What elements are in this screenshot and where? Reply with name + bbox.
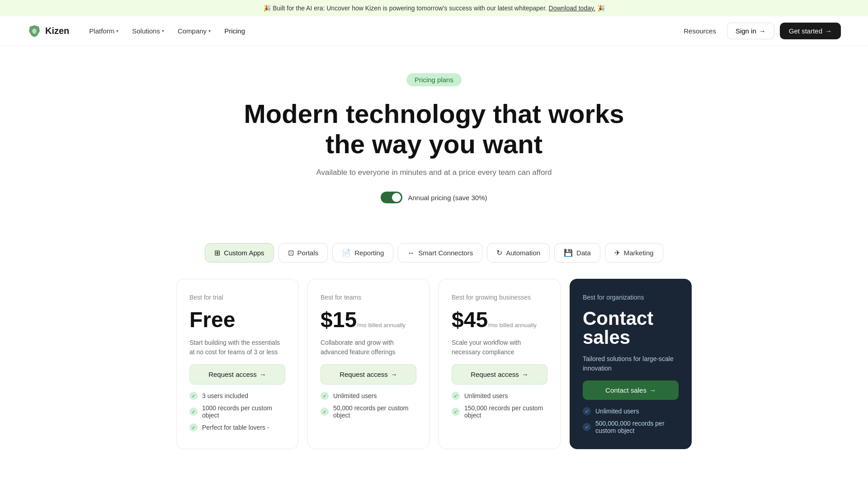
- nav-left: Kizen Platform ▾ Solutions ▾ Company ▾ P…: [27, 23, 250, 38]
- list-item: ✓ Unlimited users: [452, 392, 547, 400]
- chevron-icon: ▾: [116, 28, 118, 33]
- request-access-growing[interactable]: Request access →: [452, 364, 547, 385]
- plan-growing: Best for growing businesses $45/mo bille…: [439, 279, 561, 449]
- nav-right: Resources Sign in → Get started →: [678, 23, 841, 39]
- list-item: ✓ 1000 records per custom object: [189, 404, 285, 419]
- resources-button[interactable]: Resources: [678, 23, 722, 38]
- request-access-free[interactable]: Request access →: [189, 364, 285, 385]
- check-icon: ✓: [583, 423, 591, 431]
- automation-icon: ↻: [496, 249, 502, 257]
- list-item: ✓ 3 users included: [189, 392, 285, 400]
- signin-button[interactable]: Sign in →: [727, 23, 774, 39]
- check-icon: ✓: [452, 408, 460, 416]
- nav-platform[interactable]: Platform ▾: [84, 23, 124, 38]
- marketing-icon: ✈: [614, 249, 620, 257]
- annual-pricing-toggle[interactable]: [381, 192, 402, 203]
- arrow-icon: →: [825, 27, 832, 35]
- plan-teams: Best for teams $15/mo billed annually Co…: [307, 279, 429, 449]
- arrow-icon: →: [522, 371, 528, 378]
- check-icon: ✓: [189, 423, 198, 432]
- plan-desc-enterprise: Tailored solutions for large-scale innov…: [583, 354, 679, 373]
- list-item: ✓ Perfect for table lovers -: [189, 423, 285, 432]
- plan-tier-growing: Best for growing businesses: [452, 294, 547, 301]
- getstarted-button[interactable]: Get started →: [780, 23, 841, 39]
- hero-subheading: Available to everyone in minutes and at …: [172, 168, 696, 177]
- features-growing: ✓ Unlimited users ✓ 150,000 records per …: [452, 392, 547, 419]
- feature-tabs: ⊞ Custom Apps ⊡ Portals 📄 Reporting ↔ Sm…: [0, 243, 868, 263]
- hero-section: Pricing plans Modern technology that wor…: [163, 46, 705, 243]
- plan-enterprise: Best for organizations Contact sales Tai…: [570, 279, 692, 449]
- top-banner: 🎉 Built for the AI era: Uncover how Kize…: [0, 0, 868, 16]
- features-enterprise: ✓ Unlimited users ✓ 500,000,000 records …: [583, 407, 679, 434]
- list-item: ✓ 500,000,000 records per custom object: [583, 420, 679, 434]
- plan-tier-enterprise: Best for organizations: [583, 294, 679, 301]
- tab-data[interactable]: 💾 Data: [554, 243, 600, 263]
- pricing-toggle-row: Annual pricing (save 30%): [172, 192, 696, 203]
- pricing-badge: Pricing plans: [406, 73, 462, 86]
- custom-apps-icon: ⊞: [214, 249, 220, 257]
- price-suffix-teams: /mo billed annually: [357, 322, 406, 328]
- tab-smart-connectors[interactable]: ↔ Smart Connectors: [398, 243, 482, 263]
- plan-price-teams: $15/mo billed annually: [321, 309, 416, 331]
- data-icon: 💾: [564, 249, 573, 257]
- check-icon: ✓: [452, 392, 460, 400]
- pricing-cards: Best for trial Free Start building with …: [158, 279, 710, 476]
- arrow-icon: →: [649, 386, 656, 394]
- request-access-teams[interactable]: Request access →: [321, 364, 416, 385]
- plan-tier-teams: Best for teams: [321, 294, 416, 301]
- check-icon: ✓: [321, 392, 329, 400]
- check-icon: ✓: [321, 408, 329, 416]
- logo-text: Kizen: [45, 26, 69, 36]
- hero-heading: Modern technology that works the way you…: [172, 99, 696, 159]
- price-suffix-growing: /mo billed annually: [488, 322, 537, 328]
- contact-sales-button[interactable]: Contact sales →: [583, 380, 679, 400]
- list-item: ✓ Unlimited users: [583, 407, 679, 415]
- features-teams: ✓ Unlimited users ✓ 50,000 records per c…: [321, 392, 416, 419]
- list-item: ✓ 150,000 records per custom object: [452, 404, 547, 419]
- tab-custom-apps[interactable]: ⊞ Custom Apps: [205, 243, 274, 263]
- list-item: ✓ Unlimited users: [321, 392, 416, 400]
- tab-portals[interactable]: ⊡ Portals: [278, 243, 328, 263]
- logo[interactable]: Kizen: [27, 24, 69, 38]
- check-icon: ✓: [583, 407, 591, 415]
- check-icon: ✓: [189, 392, 198, 400]
- plan-price-enterprise: Contact sales: [583, 309, 679, 347]
- nav-pricing[interactable]: Pricing: [219, 23, 250, 38]
- arrow-icon: →: [391, 371, 397, 378]
- plan-tier-free: Best for trial: [189, 294, 285, 301]
- plan-price-free: Free: [189, 309, 285, 331]
- list-item: ✓ 50,000 records per custom object: [321, 404, 416, 419]
- tab-reporting[interactable]: 📄 Reporting: [332, 243, 393, 263]
- tab-marketing[interactable]: ✈ Marketing: [605, 243, 663, 263]
- plan-desc-teams: Collaborate and grow with advanced featu…: [321, 338, 416, 357]
- nav-links: Platform ▾ Solutions ▾ Company ▾ Pricing: [84, 23, 250, 38]
- arrow-icon: →: [759, 27, 766, 35]
- portals-icon: ⊡: [288, 249, 294, 257]
- features-free: ✓ 3 users included ✓ 1000 records per cu…: [189, 392, 285, 432]
- arrow-icon: →: [259, 371, 266, 378]
- chevron-icon: ▾: [162, 28, 164, 33]
- banner-text: 🎉 Built for the AI era: Uncover how Kize…: [263, 5, 547, 12]
- nav-solutions[interactable]: Solutions ▾: [127, 23, 170, 38]
- plan-price-growing: $45/mo billed annually: [452, 309, 547, 331]
- plan-desc-free: Start building with the essentials at no…: [189, 338, 285, 357]
- logo-icon: [27, 24, 42, 38]
- chevron-icon: ▾: [208, 28, 211, 33]
- plan-desc-growing: Scale your workflow with necessary compl…: [452, 338, 547, 357]
- tab-automation[interactable]: ↻ Automation: [487, 243, 550, 263]
- nav-company[interactable]: Company ▾: [172, 23, 216, 38]
- plan-free: Best for trial Free Start building with …: [176, 279, 298, 449]
- check-icon: ✓: [189, 408, 198, 416]
- toggle-label: Annual pricing (save 30%): [408, 194, 487, 202]
- navigation: Kizen Platform ▾ Solutions ▾ Company ▾ P…: [0, 16, 868, 46]
- smart-connectors-icon: ↔: [407, 249, 415, 257]
- banner-link[interactable]: Download today.: [549, 5, 595, 12]
- reporting-icon: 📄: [342, 249, 351, 257]
